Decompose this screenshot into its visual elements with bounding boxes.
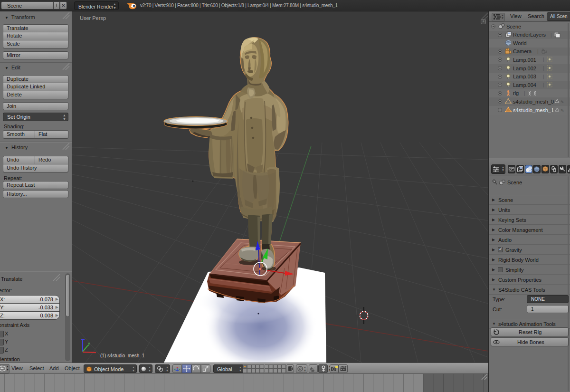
svg-text:Scene: Scene <box>507 180 522 185</box>
svg-text:✎: ✎ <box>560 108 564 113</box>
svg-text:|: | <box>537 49 539 54</box>
svg-text:|: | <box>543 82 544 87</box>
svg-text:|: | <box>551 107 552 113</box>
svg-text:|: | <box>543 74 544 79</box>
svg-text:|: | <box>543 66 544 71</box>
svg-text:|: | <box>551 99 552 104</box>
svg-text:|: | <box>551 32 552 38</box>
svg-text:|: | <box>524 91 525 96</box>
svg-text:✎: ✎ <box>560 100 564 105</box>
svg-text:|: | <box>543 57 544 62</box>
svg-text:y: y <box>88 341 90 346</box>
